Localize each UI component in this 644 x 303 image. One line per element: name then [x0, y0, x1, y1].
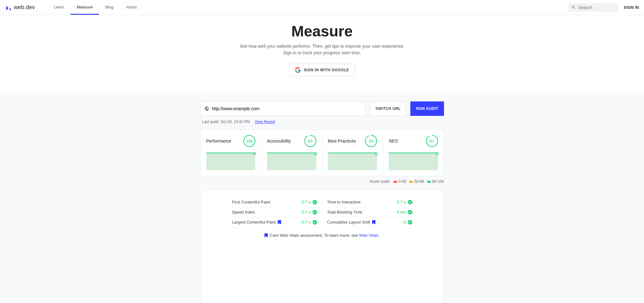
- globe-icon: [204, 106, 209, 111]
- bookmark-icon: [372, 220, 375, 225]
- metric-row: First Contentful Paint0.7 s: [232, 200, 317, 207]
- header: web.dev LearnMeasureBlogAbout SIGN IN: [0, 0, 644, 15]
- switch-url-button[interactable]: SWITCH URL: [370, 101, 406, 116]
- sign-in-link[interactable]: SIGN IN: [624, 5, 639, 10]
- main-nav: LearnMeasureBlogAbout: [47, 0, 143, 15]
- score-card-best-practices[interactable]: Best Practices93: [322, 130, 383, 176]
- metrics-col-right: Time to Interactive0.7 sTotal Blocking T…: [327, 200, 412, 227]
- nav-about[interactable]: About: [120, 0, 143, 15]
- metric-row: Largest Contentful Paint0.7 s: [232, 217, 317, 227]
- check-icon: [408, 210, 412, 214]
- score-ring: 100: [243, 135, 255, 147]
- score-chart: [389, 153, 438, 170]
- brand-text: web.dev: [14, 4, 35, 11]
- url-input[interactable]: [212, 106, 362, 111]
- score-chart: [328, 153, 377, 170]
- bookmark-icon: [278, 220, 281, 225]
- page-subtitle: See how well your website performs. Then…: [237, 43, 407, 56]
- score-card-performance[interactable]: Performance100: [201, 130, 262, 176]
- web-vitals-link[interactable]: Web Vitals: [359, 233, 379, 238]
- score-ring: 91: [426, 135, 438, 147]
- check-icon: [313, 200, 317, 204]
- logo[interactable]: web.dev: [5, 4, 35, 11]
- score-chart: [267, 153, 316, 170]
- metrics-col-left: First Contentful Paint0.7 sSpeed Index0.…: [232, 200, 317, 227]
- logo-icon: [5, 4, 12, 11]
- check-icon: [408, 220, 412, 225]
- score-card-accessibility[interactable]: Accessibility92: [261, 130, 322, 176]
- metric-row: Cumulative Layout Shift0: [327, 217, 412, 227]
- metric-row: Time to Interactive0.7 s: [327, 200, 412, 207]
- hero: Measure See how well your website perfor…: [0, 15, 644, 92]
- core-vitals-note: Core Web Vitals assessment. To learn mor…: [232, 233, 412, 238]
- url-input-wrapper: [200, 101, 366, 116]
- url-row: SWITCH URL RUN AUDIT: [200, 101, 444, 116]
- search-input[interactable]: [578, 5, 615, 10]
- main-area: SWITCH URL RUN AUDIT Last audit: Oct 30,…: [0, 92, 644, 303]
- view-report-link[interactable]: View Report: [255, 120, 275, 124]
- google-icon: [295, 67, 301, 73]
- page-title: Measure: [0, 23, 644, 40]
- score-card-seo[interactable]: SEO91: [383, 130, 444, 176]
- run-audit-button[interactable]: RUN AUDIT: [410, 101, 444, 116]
- bookmark-icon: [264, 233, 268, 238]
- score-ring: 93: [365, 135, 377, 147]
- search-icon: [572, 5, 576, 10]
- metric-row: Total Blocking Time0 ms: [327, 207, 412, 217]
- nav-measure[interactable]: Measure: [70, 0, 99, 15]
- score-scale: Score scale:0-4950-8990-100: [200, 179, 444, 184]
- score-ring: 92: [304, 135, 316, 147]
- check-icon: [408, 200, 412, 204]
- metrics-card: First Contentful Paint0.7 sSpeed Index0.…: [200, 190, 444, 303]
- check-icon: [313, 220, 317, 225]
- nav-learn[interactable]: Learn: [47, 0, 70, 15]
- check-icon: [313, 210, 317, 214]
- score-cards: Performance100Accessibility92Best Practi…: [200, 130, 444, 176]
- score-chart: [206, 153, 256, 170]
- last-audit: Last audit: Oct 30, 10:42 PM View Report: [202, 120, 444, 124]
- sign-in-google-button[interactable]: SIGN IN WITH GOOGLE: [289, 64, 355, 76]
- svg-point-0: [9, 8, 11, 10]
- nav-blog[interactable]: Blog: [99, 0, 120, 15]
- metric-row: Speed Index0.7 s: [232, 207, 317, 217]
- search-box[interactable]: [569, 3, 619, 12]
